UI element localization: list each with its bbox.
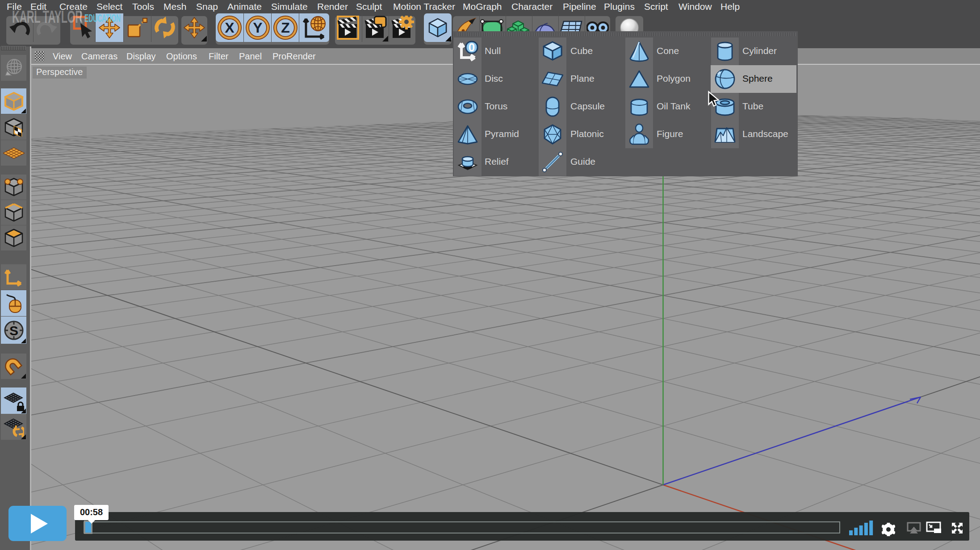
svg-text:Y: Y <box>253 20 262 36</box>
svg-text:S: S <box>9 323 18 338</box>
svg-text:Z: Z <box>281 20 290 36</box>
svg-text:X: X <box>225 20 235 36</box>
svg-text:0: 0 <box>469 41 475 54</box>
